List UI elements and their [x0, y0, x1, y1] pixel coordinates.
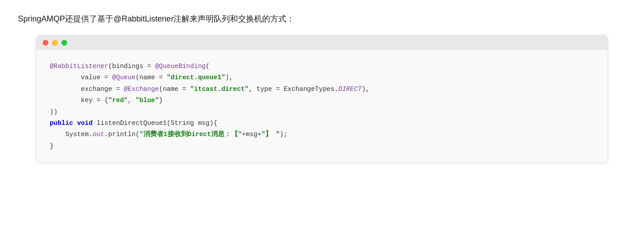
code-line-7: System.out.println("消费者1接收到Direct消息：【"+m… — [50, 129, 594, 140]
dot-green-icon[interactable] — [61, 40, 67, 46]
code-brace-close: } — [159, 97, 163, 104]
code-line-8: } — [50, 141, 594, 152]
annotation-queue: @Queue — [112, 74, 135, 81]
code-indent2: exchange = — [50, 86, 124, 93]
code-body: @RabbitListener(bindings = @QueueBinding… — [36, 50, 608, 163]
code-method-name: listenDirectQueue1(String msg){ — [93, 120, 217, 127]
code-line-6: public void listenDirectQueue1(String ms… — [50, 118, 594, 129]
annotation-rabbitlistener: @RabbitListener — [50, 63, 108, 70]
code-closing-parens: )) — [50, 108, 57, 116]
annotation-queuebinding: @QueueBinding — [155, 63, 206, 70]
annotation-exchange: @Exchange — [124, 86, 159, 93]
code-indent: value = — [50, 74, 112, 81]
string-itcast: "itcast.direct" — [190, 86, 249, 93]
keyword-public: public — [50, 120, 73, 127]
code-semicolon: ); — [280, 131, 287, 138]
code-line-4: key = {"red", "blue"} — [50, 95, 594, 106]
code-line-5: )) — [50, 107, 594, 118]
code-window: @RabbitListener(bindings = @QueueBinding… — [36, 35, 608, 163]
code-plain-2: ( — [206, 63, 210, 70]
code-direct: DIRECT — [338, 86, 362, 93]
code-line-1: @RabbitListener(bindings = @QueueBinding… — [50, 61, 594, 72]
string-blue: "blue" — [135, 97, 159, 104]
code-concat1: +msg+ — [242, 131, 261, 138]
code-plain-4: ), — [225, 74, 233, 81]
code-close-brace: } — [50, 142, 54, 150]
dot-yellow-icon[interactable] — [52, 40, 58, 46]
code-out: out — [93, 131, 104, 138]
keyword-void: void — [77, 120, 93, 127]
code-line-3: exchange = @Exchange(name = "itcast.dire… — [50, 84, 594, 95]
code-plain-7: ), — [362, 86, 369, 93]
code-space — [73, 120, 77, 127]
dot-red-icon[interactable] — [43, 40, 48, 46]
intro-text: SpringAMQP还提供了基于@RabbitListener注解来声明队列和交… — [18, 13, 626, 24]
string-bracket: "】 " — [261, 131, 280, 138]
code-plain-6: , type = ExchangeTypes. — [249, 86, 338, 93]
code-println: .println( — [104, 131, 139, 138]
code-indent4: System. — [50, 131, 93, 138]
code-plain: (bindings = — [108, 63, 155, 70]
string-queue1: "direct.queue1" — [167, 74, 225, 81]
code-indent3: key = { — [50, 97, 108, 104]
code-plain-5: (name = — [159, 86, 190, 93]
string-msg: "消费者1接收到Direct消息：【" — [139, 131, 242, 138]
code-comma: , — [128, 97, 135, 104]
window-titlebar — [36, 35, 608, 50]
code-line-2: value = @Queue(name = "direct.queue1"), — [50, 72, 594, 83]
string-red: "red" — [108, 97, 128, 104]
code-plain-3: (name = — [135, 74, 167, 81]
